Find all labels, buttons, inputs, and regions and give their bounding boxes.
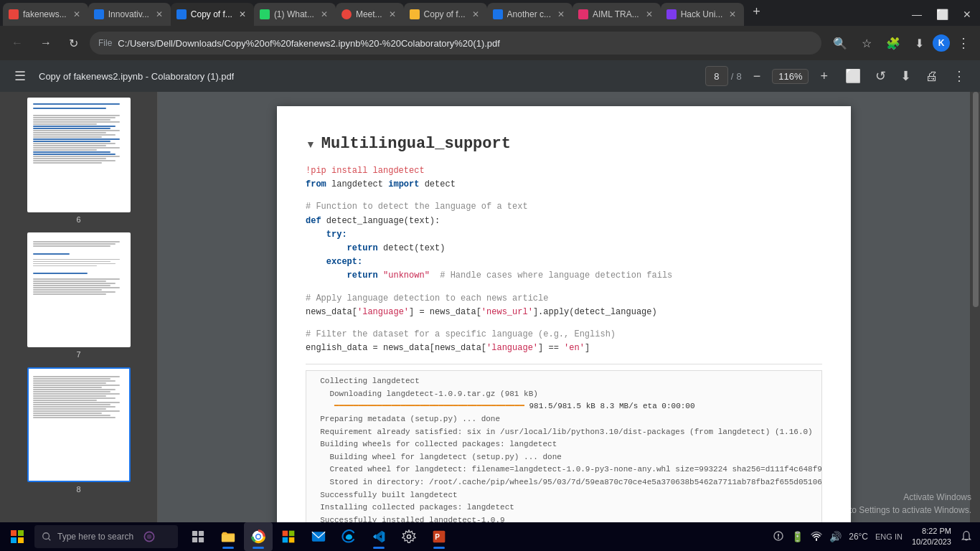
browser-menu-button[interactable]: ⋮ xyxy=(953,32,974,54)
taskbar: Activate Windows Go to Settings to activ… xyxy=(0,522,980,551)
svg-rect-15 xyxy=(283,531,288,537)
extension-icon[interactable]: 🧩 xyxy=(880,32,906,55)
code-line: return detect(text) xyxy=(306,242,822,255)
vscode-button[interactable] xyxy=(364,522,393,551)
collapse-icon[interactable]: ▼ xyxy=(306,138,316,150)
refresh-button[interactable]: ↻ xyxy=(63,32,84,55)
tab-aiml[interactable]: AIML TRA... ✕ xyxy=(573,3,661,26)
tab-favicon-1 xyxy=(9,9,19,19)
pdf-download-button[interactable]: ⬇ xyxy=(895,65,917,87)
tab-close-6[interactable]: ✕ xyxy=(470,8,481,21)
tab-another[interactable]: Another c... ✕ xyxy=(487,3,573,26)
pdf-page-nav: / 8 xyxy=(705,66,742,86)
code-block-apply: # Apply language detection to each news … xyxy=(306,292,822,319)
pdf-sidebar-toggle[interactable]: ☰ xyxy=(9,65,32,87)
chrome-button[interactable] xyxy=(244,522,273,551)
minimize-button[interactable]: — xyxy=(906,6,928,23)
vscode-icon xyxy=(372,529,386,544)
pdf-zoom-in-button[interactable]: + xyxy=(816,67,832,85)
file-explorer-button[interactable] xyxy=(214,522,242,551)
tab-close-9[interactable]: ✕ xyxy=(727,8,738,21)
pdf-thumbnail-8[interactable]: 8 xyxy=(6,367,151,494)
battery-icon[interactable]: 🔋 xyxy=(789,528,806,545)
pdf-toolbar: ☰ Copy of fakenews2.ipynb - Colaboratory… xyxy=(0,60,980,92)
pdf-main-viewer[interactable]: ▼ Multilingual_support !pip install lang… xyxy=(158,92,970,522)
taskview-button[interactable] xyxy=(184,522,212,551)
bookmark-icon[interactable]: ☆ xyxy=(856,32,877,55)
pdf-rotate-button[interactable]: ↺ xyxy=(870,65,892,87)
clock-date: 10/20/2023 xyxy=(912,537,951,547)
pdf-thumb-img-6 xyxy=(27,98,131,212)
svg-rect-1 xyxy=(18,530,24,536)
tab-meet[interactable]: Meet... ✕ xyxy=(336,3,404,26)
svg-point-7 xyxy=(147,534,152,540)
profile-badge[interactable]: K xyxy=(933,34,950,52)
browser-frame: fakenews... ✕ Innovativ... ✕ Copy of f..… xyxy=(0,0,980,551)
notif-icon xyxy=(773,530,784,542)
out-line-11: Installing collected packages: langdetec… xyxy=(311,501,817,514)
tab-label-4: (1) What... xyxy=(274,9,314,19)
vscode-indicator xyxy=(373,547,385,549)
output-text: Collecting langdetect Downloading langde… xyxy=(311,375,817,522)
pdf-right-scrollbar[interactable] xyxy=(970,92,980,522)
tab-close-1[interactable]: ✕ xyxy=(71,8,83,21)
svg-rect-10 xyxy=(192,537,197,542)
tab-close-5[interactable]: ✕ xyxy=(387,8,398,21)
tab-close-8[interactable]: ✕ xyxy=(644,8,655,21)
new-tab-button[interactable]: + xyxy=(747,1,766,22)
svg-rect-17 xyxy=(283,537,288,543)
tab-whats[interactable]: (1) What... ✕ xyxy=(254,3,336,26)
tab-hack[interactable]: Hack Uni... ✕ xyxy=(661,3,745,26)
tab-label-6: Copy of f... xyxy=(424,9,466,19)
pdf-thumbnail-6[interactable]: 6 xyxy=(6,98,151,224)
settings-button[interactable] xyxy=(395,522,423,551)
svg-rect-9 xyxy=(199,531,204,536)
tab-bar: fakenews... ✕ Innovativ... ✕ Copy of f..… xyxy=(0,0,980,26)
edge-icon xyxy=(341,529,356,544)
tab-close-3[interactable]: ✕ xyxy=(237,8,248,21)
tab-close-4[interactable]: ✕ xyxy=(319,8,330,21)
pdf-fit-page-button[interactable]: ⬜ xyxy=(839,65,867,87)
taskbar-search[interactable]: Type here to search xyxy=(34,525,178,548)
pdf-thumb-num-8: 8 xyxy=(76,485,80,494)
svg-rect-16 xyxy=(289,531,295,537)
clock[interactable]: 8:22 PM 10/20/2023 xyxy=(908,524,956,550)
pdf-more-button[interactable]: ⋮ xyxy=(947,65,971,87)
tab-copy2[interactable]: Copy of f... ✕ xyxy=(404,3,487,26)
back-button[interactable]: ← xyxy=(6,32,29,54)
tab-innovative[interactable]: Innovativ... ✕ xyxy=(88,3,171,26)
out-line-5: Requirement already satisfied: six in /u… xyxy=(311,426,817,439)
search-icon xyxy=(42,532,52,542)
pdf-zoom-display[interactable]: 116% xyxy=(772,69,809,84)
tab-copy-active[interactable]: Copy of f... ✕ xyxy=(171,3,254,26)
pdf-print-button[interactable]: 🖨 xyxy=(920,66,944,87)
code-line: except: xyxy=(306,255,822,269)
maximize-button[interactable]: ⬜ xyxy=(930,6,954,23)
mail-button[interactable] xyxy=(304,522,333,551)
network-icon[interactable] xyxy=(809,527,824,547)
store-button[interactable] xyxy=(274,522,303,551)
forward-button[interactable]: → xyxy=(34,32,57,54)
address-input[interactable]: File C:/Users/Dell/Downloads/Copy%20of%2… xyxy=(90,32,821,55)
out-line-7: Building wheel for langdetect (setup.py)… xyxy=(311,451,817,464)
start-button[interactable] xyxy=(3,525,32,548)
tab-close-2[interactable]: ✕ xyxy=(154,8,165,21)
notification-area-icon[interactable] xyxy=(771,527,786,547)
close-window-button[interactable]: ✕ xyxy=(957,6,977,23)
pdf-page-input[interactable] xyxy=(705,66,728,86)
action-center-icon[interactable] xyxy=(958,527,974,547)
tab-fakenews[interactable]: fakenews... ✕ xyxy=(3,3,88,26)
code-line: # Apply language detection to each news … xyxy=(306,292,822,306)
volume-icon[interactable]: 🔊 xyxy=(827,528,844,545)
powerpoint-button[interactable]: P xyxy=(425,522,453,551)
tab-close-7[interactable]: ✕ xyxy=(555,8,567,21)
download-icon[interactable]: ⬇ xyxy=(909,32,930,55)
edge-button[interactable] xyxy=(334,522,363,551)
code-line: news_data['language'] = news_data['news_… xyxy=(306,306,822,319)
cortana-icon xyxy=(142,529,156,544)
pdf-thumbnail-7[interactable]: 7 xyxy=(6,232,151,359)
zoom-icon[interactable]: 🔍 xyxy=(827,32,853,55)
pdf-zoom-out-button[interactable]: − xyxy=(749,67,765,85)
pdf-thumb-num-7: 7 xyxy=(76,350,80,359)
pdf-thumb-num-6: 6 xyxy=(76,215,80,224)
